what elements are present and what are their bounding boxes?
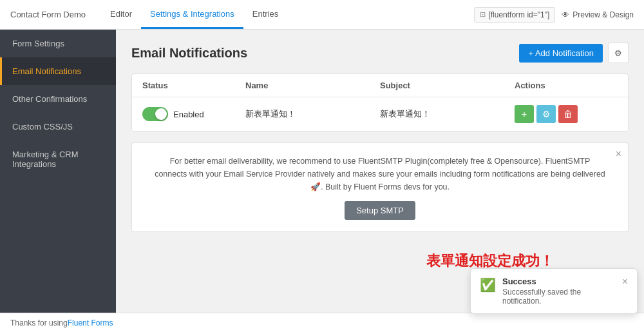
page-wrapper: Contact Form Demo Editor Settings & Inte… (0, 0, 644, 332)
col-name: Name (245, 81, 380, 90)
shortcode-text: [fluentform id="1"] (488, 10, 549, 19)
sidebar-item-marketing-crm[interactable]: Marketing & CRM Integrations (0, 141, 116, 178)
page-title: Email Notifications (131, 46, 247, 61)
shortcode-icon: ⊡ (480, 10, 486, 19)
toast-body: Success Successfully saved the notificat… (502, 277, 616, 306)
red-overlay-text: 表單通知設定成功！ (426, 251, 554, 271)
col-status: Status (142, 81, 245, 90)
sidebar: Form Settings Email Notifications Other … (0, 30, 116, 313)
sidebar-item-email-notifications[interactable]: Email Notifications (0, 57, 116, 85)
success-toast: ✅ Success Successfully saved the notific… (470, 268, 638, 314)
status-label: Enabled (173, 110, 204, 119)
col-subject: Subject (380, 81, 515, 90)
status-toggle[interactable] (142, 107, 168, 121)
smtp-notice-close[interactable]: × (616, 148, 621, 160)
nav-settings[interactable]: Settings & Integrations (141, 0, 243, 29)
cell-status: Enabled (142, 107, 245, 121)
sidebar-item-form-settings[interactable]: Form Settings (0, 30, 116, 57)
toast-message: Successfully saved the notification. (502, 288, 616, 306)
content-header: Email Notifications + Add Notification ⚙ (131, 43, 629, 63)
add-notification-button[interactable]: + Add Notification (519, 44, 603, 63)
toggle-wrap: Enabled (142, 107, 245, 121)
preview-label: Preview & Design (573, 10, 634, 19)
nav-entries[interactable]: Entries (243, 0, 287, 29)
brand-title: Contact Form Demo (10, 10, 86, 19)
footer: Thanks for using Fluent Forms (0, 313, 644, 332)
table-header: Status Name Subject Actions (132, 74, 628, 97)
sidebar-item-other-confirmations[interactable]: Other Confirmations (0, 85, 116, 113)
preview-design-btn[interactable]: 👁 Preview & Design (562, 10, 634, 19)
top-nav: Editor Settings & Integrations Entries (101, 0, 287, 29)
success-icon: ✅ (480, 277, 496, 293)
col-actions: Actions (515, 81, 618, 90)
setup-smtp-button[interactable]: Setup SMTP (345, 201, 415, 220)
cell-name: 新表單通知！ (245, 108, 380, 120)
settings-icon-btn[interactable]: ⚙ (608, 43, 629, 63)
nav-editor[interactable]: Editor (101, 0, 141, 29)
notifications-table: Status Name Subject Actions Enabled 新表單通… (131, 73, 629, 132)
footer-text: Thanks for using (10, 318, 68, 327)
edit-action-button[interactable]: ⚙ (536, 105, 556, 123)
footer-link[interactable]: Fluent Forms (68, 318, 113, 327)
smtp-notice: × For better email deliverability, we re… (131, 142, 629, 232)
delete-action-button[interactable]: 🗑 (558, 105, 578, 123)
toast-title: Success (502, 277, 616, 286)
sidebar-item-custom-css-js[interactable]: Custom CSS/JS (0, 113, 116, 141)
cell-subject: 新表單通知！ (380, 108, 515, 120)
smtp-notice-text: For better email deliverability, we reco… (155, 155, 605, 193)
add-action-button[interactable]: + (515, 105, 534, 123)
shortcode-box[interactable]: ⊡ [fluentform id="1"] (474, 7, 555, 23)
eye-icon: 👁 (562, 10, 569, 19)
table-row: Enabled 新表單通知！ 新表單通知！ + ⚙ 🗑 (132, 97, 628, 132)
cell-actions: + ⚙ 🗑 (515, 105, 618, 123)
top-bar: Contact Form Demo Editor Settings & Inte… (0, 0, 644, 30)
top-bar-right: ⊡ [fluentform id="1"] 👁 Preview & Design (474, 7, 634, 23)
gear-icon: ⚙ (614, 48, 622, 58)
toast-close-button[interactable]: × (622, 277, 628, 287)
action-buttons: + ⚙ 🗑 (515, 105, 618, 123)
header-actions: + Add Notification ⚙ (519, 43, 629, 63)
